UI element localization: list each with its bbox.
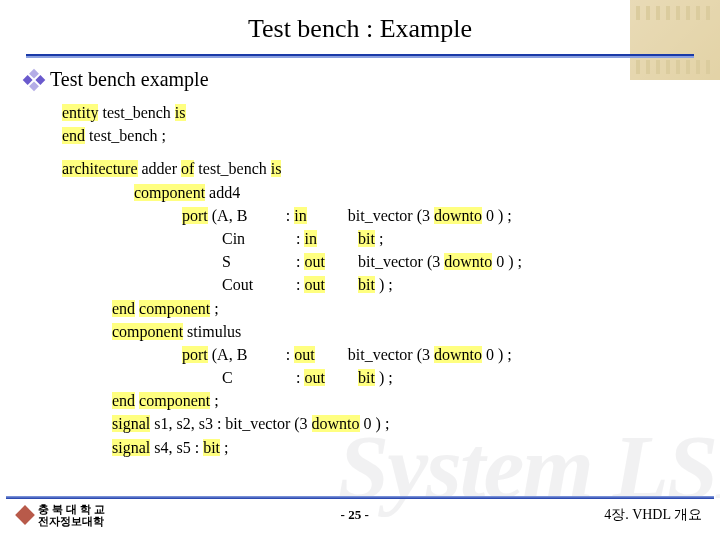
range: (3 [417, 207, 430, 224]
zero-close: 0 ) ; [486, 346, 512, 363]
comp2-name: stimulus [187, 323, 241, 340]
zero-close: 0 ) ; [486, 207, 512, 224]
kw-out: out [294, 346, 314, 363]
kw-bit: bit [358, 369, 375, 386]
bit-semi: ; [379, 230, 383, 247]
sig1-type: bit_vector [225, 415, 290, 432]
port-cout: Cout [222, 273, 292, 296]
kw-bit: bit [358, 276, 375, 293]
kw-component: component [139, 392, 210, 409]
port-cin: Cin [222, 227, 292, 250]
kw-component: component [112, 323, 183, 340]
kw-bit: bit [203, 439, 220, 456]
kw-in: in [304, 230, 316, 247]
port-ab2: (A, B [212, 343, 282, 366]
kw-component: component [134, 184, 205, 201]
kw-downto: downto [312, 415, 360, 432]
bit-close: ) ; [379, 369, 393, 386]
arch-name: adder [142, 160, 178, 177]
sig1-names: s1, s2, s3 : [154, 415, 221, 432]
kw-end: end [112, 300, 135, 317]
kw-architecture: architecture [62, 160, 138, 177]
kw-port: port [182, 207, 208, 224]
entity-name: test_bench [89, 127, 157, 144]
kw-out: out [304, 276, 324, 293]
entity-name: test_bench [102, 104, 170, 121]
kw-signal: signal [112, 415, 150, 432]
bit-close: ) ; [379, 276, 393, 293]
sig1-end: 0 ) ; [364, 415, 390, 432]
range: (3 [417, 346, 430, 363]
type-bv: bit_vector [348, 346, 413, 363]
slide-title: Test bench : Example [26, 14, 694, 44]
sig2-names: s4, s5 : [154, 439, 199, 456]
code-block: entity test_bench is end test_bench ; ar… [62, 101, 694, 459]
bullet-row: Test bench example [26, 68, 694, 91]
kw-in: in [294, 207, 306, 224]
type-bv: bit_vector [348, 207, 413, 224]
kw-signal: signal [112, 439, 150, 456]
port-ab: (A, B [212, 204, 282, 227]
kw-entity: entity [62, 104, 98, 121]
kw-downto: downto [434, 207, 482, 224]
divider-top [26, 54, 694, 56]
entity-name: test_bench [198, 160, 266, 177]
sig1-range: (3 [294, 415, 307, 432]
slide-content: Test bench : Example Test bench example … [0, 0, 720, 540]
kw-downto: downto [434, 346, 482, 363]
sig2-end: ; [224, 439, 228, 456]
kw-port: port [182, 346, 208, 363]
zero-close: 0 ) ; [496, 253, 522, 270]
bullet-text: Test bench example [50, 68, 209, 91]
kw-is: is [175, 104, 186, 121]
kw-is: is [271, 160, 282, 177]
type-bv: bit_vector [358, 253, 423, 270]
kw-out: out [304, 369, 324, 386]
kw-end: end [112, 392, 135, 409]
kw-component: component [139, 300, 210, 317]
comp1-name: add4 [209, 184, 240, 201]
kw-out: out [304, 253, 324, 270]
range: (3 [427, 253, 440, 270]
diamond-bullet-icon [23, 68, 46, 91]
port-s: S [222, 250, 292, 273]
kw-end: end [62, 127, 85, 144]
kw-of: of [181, 160, 194, 177]
kw-downto: downto [444, 253, 492, 270]
kw-bit: bit [358, 230, 375, 247]
port-c: C [222, 366, 292, 389]
